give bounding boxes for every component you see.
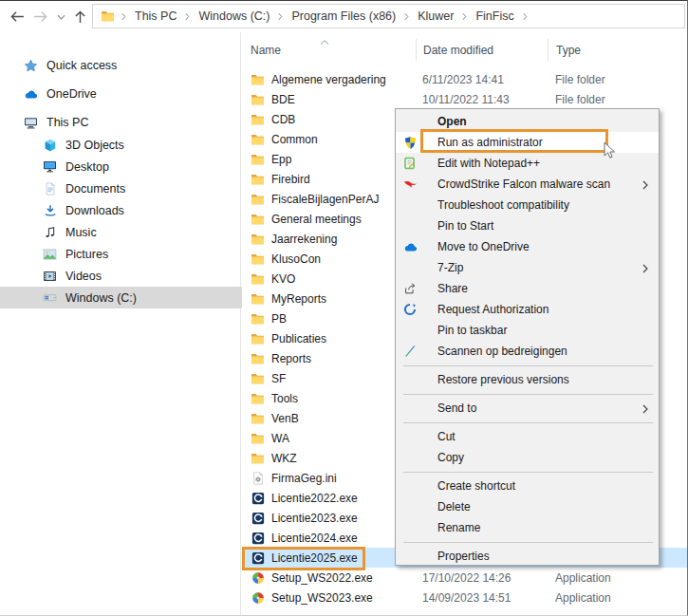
menu-item-open[interactable]: Open: [396, 111, 659, 132]
file-name-cell[interactable]: FiscaleBijlagenPerAJ: [242, 192, 416, 206]
file-name-cell[interactable]: Jaarrekening: [242, 232, 416, 246]
file-name-label: Firebird: [271, 173, 310, 186]
column-header-name-label: Name: [251, 44, 281, 57]
column-header-date-modified[interactable]: Date modified: [416, 39, 548, 61]
up-icon[interactable]: [68, 5, 91, 29]
menu-item-icon-placeholder: [401, 450, 418, 465]
explorer-window: This PCWindows (C:)Program Files (x86)Kl…: [0, 0, 688, 616]
file-name-cell[interactable]: KlusoCon: [242, 252, 416, 266]
file-row[interactable]: Algemene vergadering6/11/2023 14:41File …: [242, 69, 687, 89]
file-name-cell[interactable]: Setup_WS2023.exe: [242, 590, 416, 605]
file-name-cell[interactable]: SF: [242, 371, 416, 385]
sidebar-item-onedrive[interactable]: OneDrive: [0, 83, 254, 105]
menu-item-rename[interactable]: Rename: [396, 517, 659, 538]
menu-item-label: Run as administrator: [437, 136, 543, 149]
folder-icon: [251, 152, 265, 166]
file-name-cell[interactable]: Common: [242, 132, 416, 146]
folder-icon: [251, 431, 265, 445]
sidebar-item-label: Music: [65, 226, 97, 239]
menu-item-scannen-op-bedreigingen[interactable]: Scannen op bedreigingen: [396, 341, 659, 362]
breadcrumb-chevron-icon: [459, 12, 470, 21]
menu-item-cut[interactable]: Cut: [396, 426, 659, 447]
file-name-cell[interactable]: Reports: [242, 351, 416, 365]
menu-item-send-to[interactable]: Send to: [396, 398, 659, 419]
menu-item-run-as-administrator[interactable]: Run as administrator: [396, 132, 659, 153]
sort-ascending-icon: [320, 34, 329, 47]
file-name-cell[interactable]: Licentie2024.exe: [242, 531, 416, 545]
folder-icon: [251, 212, 265, 226]
forward-icon[interactable]: [28, 5, 53, 29]
menu-item-delete[interactable]: Delete: [396, 496, 659, 517]
menu-item-crowdstrike-falcon-malware-scan[interactable]: CrowdStrike Falcon malware scan: [396, 174, 659, 195]
menu-item-label: 7-Zip: [437, 261, 463, 274]
breadcrumb-segment[interactable]: Program Files (x86): [286, 9, 401, 23]
sidebar-item-this-pc[interactable]: This PC: [0, 111, 254, 134]
file-name-label: Licentie2025.exe: [271, 551, 358, 565]
menu-item-restore-previous-versions[interactable]: Restore previous versions: [396, 369, 659, 390]
crowdstrike-falcon-icon: [401, 177, 418, 192]
file-name-cell[interactable]: VenB: [242, 411, 416, 425]
menu-item-pin-to-taskbar[interactable]: Pin to taskbar: [396, 320, 659, 341]
recent-locations-chevron-icon[interactable]: [53, 5, 68, 29]
file-name-cell[interactable]: KVO: [242, 271, 416, 286]
menu-item-move-to-onedrive[interactable]: Move to OneDrive: [396, 236, 659, 257]
file-name-cell[interactable]: Publicaties: [242, 331, 416, 345]
quick-access-star-icon: [23, 58, 39, 74]
sidebar-item-3d-objects[interactable]: 3D Objects: [0, 134, 273, 156]
sidebar-item-downloads[interactable]: Downloads: [0, 199, 273, 221]
column-header-name[interactable]: Name: [242, 39, 416, 61]
back-icon[interactable]: [4, 5, 28, 29]
file-name-cell[interactable]: Tools: [242, 391, 416, 405]
menu-separator: [396, 468, 659, 476]
sidebar-item-windows-c[interactable]: Windows (C:): [0, 287, 273, 308]
file-name-cell[interactable]: Licentie2023.exe: [242, 511, 416, 525]
file-name-cell[interactable]: Licentie2022.exe: [242, 491, 416, 505]
menu-item-create-shortcut[interactable]: Create shortcut: [396, 476, 659, 496]
menu-item-edit-with-notepad[interactable]: Edit with Notepad++: [396, 153, 659, 174]
file-name-label: SF: [271, 372, 286, 385]
file-name-cell[interactable]: Firebird: [242, 172, 416, 186]
breadcrumb-segment[interactable]: This PC: [129, 9, 182, 23]
breadcrumb-segment[interactable]: Windows (C:): [193, 9, 275, 23]
menu-item-pin-to-start[interactable]: Pin to Start: [396, 215, 659, 236]
onedrive-cloud-icon: [401, 239, 418, 254]
submenu-chevron-icon: [642, 263, 648, 276]
file-name-cell[interactable]: General meetings: [242, 212, 416, 226]
menu-item-troubleshoot-compatibility[interactable]: Troubleshoot compatibility: [396, 195, 659, 215]
file-name-cell[interactable]: Epp: [242, 152, 416, 166]
file-name-cell[interactable]: FirmaGeg.ini: [242, 471, 416, 485]
file-name-cell[interactable]: Algemene vergadering: [242, 72, 416, 86]
sidebar-item-pictures[interactable]: Pictures: [0, 243, 273, 265]
breadcrumb-segment[interactable]: FinFisc: [470, 9, 519, 23]
breadcrumb-segment[interactable]: Kluwer: [412, 9, 459, 23]
folder-icon: [251, 132, 265, 146]
column-header-type[interactable]: Type: [548, 39, 687, 61]
menu-item-share[interactable]: Share: [396, 278, 659, 299]
file-name-cell[interactable]: WKZ: [242, 451, 416, 465]
sidebar-item-quick-access[interactable]: Quick access: [0, 54, 254, 77]
file-row[interactable]: Setup_WS2022.exe17/10/2022 14:26Applicat…: [242, 568, 687, 588]
address-bar[interactable]: This PCWindows (C:)Program Files (x86)Kl…: [92, 4, 685, 28]
menu-item-copy[interactable]: Copy: [396, 447, 659, 468]
sidebar-item-documents[interactable]: Documents: [0, 177, 273, 199]
sidebar-item-desktop[interactable]: Desktop: [0, 156, 273, 177]
file-name-cell[interactable]: WA: [242, 431, 416, 445]
menu-item-properties[interactable]: Properties: [396, 546, 659, 567]
file-name-cell[interactable]: Licentie2025.exe: [242, 551, 416, 565]
file-row[interactable]: BDE10/11/2022 11:43File folder: [242, 89, 687, 109]
menu-item-7-zip[interactable]: 7-Zip: [396, 257, 659, 278]
file-type-cell: File folder: [548, 73, 687, 86]
file-name-cell[interactable]: MyReports: [242, 291, 416, 306]
menu-item-request-authorization[interactable]: Request Authorization: [396, 299, 659, 320]
file-name-cell[interactable]: BDE: [242, 92, 416, 106]
file-name-label: BDE: [271, 93, 295, 106]
file-name-cell[interactable]: PB: [242, 311, 416, 326]
sidebar-item-videos[interactable]: Videos: [0, 265, 273, 287]
file-row[interactable]: Setup_WS2023.exe14/09/2023 14:51Applicat…: [242, 588, 687, 607]
file-name-cell[interactable]: CDB: [242, 112, 416, 126]
folder-icon: [251, 451, 265, 465]
sidebar-item-music[interactable]: Music: [0, 221, 273, 243]
breadcrumb-chevron-icon: [182, 12, 193, 21]
defender-scan-icon: [401, 344, 418, 359]
file-name-cell[interactable]: Setup_WS2022.exe: [242, 570, 416, 585]
